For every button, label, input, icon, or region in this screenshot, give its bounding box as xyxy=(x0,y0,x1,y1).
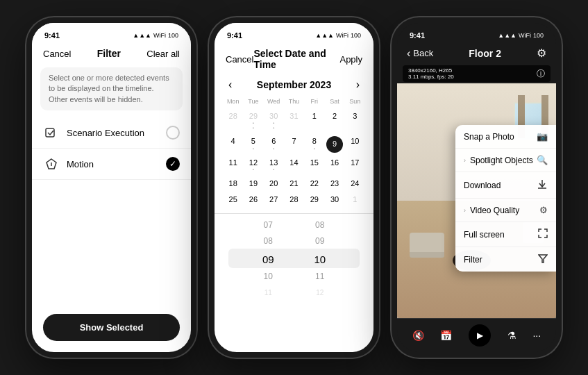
cal-day-24[interactable]: 24 xyxy=(345,176,365,191)
day-wed: Wed xyxy=(264,97,284,106)
day-thu: Thu xyxy=(284,97,304,106)
cal-day-9-selected[interactable]: 9 xyxy=(324,134,344,153)
scenario-radio[interactable] xyxy=(166,126,180,140)
cal-day-28-aug[interactable]: 28 xyxy=(223,109,243,133)
cal-day-29[interactable]: 29 xyxy=(304,192,324,207)
phone1: 9:41 ▲▲▲ WiFi 100 Cancel Filter Clear al… xyxy=(26,17,196,358)
cal-day-23[interactable]: 23 xyxy=(324,176,344,191)
cancel-button-2[interactable]: Cancel xyxy=(226,54,253,65)
menu-item-quality[interactable]: › Video Quality ⚙ xyxy=(455,199,556,222)
minute-10-selected[interactable]: 10 xyxy=(314,251,326,269)
menu-item-filter[interactable]: Filter xyxy=(455,247,556,272)
cal-day-11[interactable]: 11 xyxy=(223,156,243,175)
fullscreen-icon xyxy=(538,228,548,240)
cal-day-21[interactable]: 21 xyxy=(284,176,304,191)
cal-day-16[interactable]: 16 xyxy=(324,156,344,175)
hour-09-selected[interactable]: 09 xyxy=(262,251,274,269)
camera-badge-left: 3840x2160, H265 3.11 mbps, fps: 20 xyxy=(408,67,454,80)
day-tue: Tue xyxy=(243,97,263,106)
back-button[interactable]: ‹ Back xyxy=(407,47,433,60)
minute-09[interactable]: 09 xyxy=(315,234,324,249)
cal-day-8[interactable]: 8• xyxy=(304,134,324,153)
menu-item-download[interactable]: Download xyxy=(455,172,556,199)
cal-day-12[interactable]: 12• xyxy=(243,156,263,175)
clear-all-button[interactable]: Clear all xyxy=(146,49,180,59)
cal-day-14[interactable]: 14 xyxy=(284,156,304,175)
motion-check[interactable]: ✓ xyxy=(166,157,180,171)
cal-day-7[interactable]: 7 xyxy=(284,134,304,153)
cal-day-19[interactable]: 19 xyxy=(243,176,263,191)
calendar-month-nav: ‹ September 2023 › xyxy=(215,76,373,97)
camera-badge: 3840x2160, H265 3.11 mbps, fps: 20 ⓘ xyxy=(403,65,551,82)
cal-day-22[interactable]: 22 xyxy=(304,176,324,191)
wifi-icon-2: WiFi xyxy=(336,32,348,39)
hour-11[interactable]: 11 xyxy=(264,286,272,299)
battery-icon-2: 100 xyxy=(351,32,361,39)
week-4: 18 19 20 21 22 23 24 xyxy=(223,176,365,191)
cal-day-2[interactable]: 2 xyxy=(324,109,344,133)
hour-08[interactable]: 08 xyxy=(264,234,273,249)
cal-day-13[interactable]: 13• xyxy=(264,156,284,175)
bottom-toolbar: 🔇 📅 ▶ ⚗ ··· xyxy=(397,318,556,352)
cal-day-10[interactable]: 10 xyxy=(345,134,365,153)
prev-month-button[interactable]: ‹ xyxy=(228,78,232,91)
cal-day-6[interactable]: 6• xyxy=(264,134,284,153)
motion-label: Motion xyxy=(67,159,159,169)
quality-left: › Video Quality xyxy=(464,206,519,215)
day-fri: Fri xyxy=(304,97,324,106)
minute-11[interactable]: 11 xyxy=(315,269,324,285)
status-time-3: 9:41 xyxy=(410,31,425,40)
hour-07[interactable]: 07 xyxy=(264,218,273,233)
show-selected-button[interactable]: Show Selected xyxy=(43,314,180,341)
minute-08[interactable]: 08 xyxy=(315,218,324,233)
day-sun: Sun xyxy=(345,97,365,106)
calendar-button[interactable]: 📅 xyxy=(440,330,452,341)
fullscreen-label: Full screen xyxy=(464,230,505,240)
cal-day-15[interactable]: 15 xyxy=(304,156,324,175)
minute-column[interactable]: 08 09 10 11 12 xyxy=(294,218,346,299)
nav-bar-1: Cancel Filter Clear all xyxy=(32,44,191,65)
menu-item-fullscreen[interactable]: Full screen xyxy=(455,222,556,247)
cal-day-18[interactable]: 18 xyxy=(223,176,243,191)
hour-column[interactable]: 07 08 09 10 11 xyxy=(242,218,294,299)
status-icons-3: ▲▲▲ WiFi 100 xyxy=(498,32,544,39)
filter-button[interactable]: ⚗ xyxy=(507,330,516,341)
cal-day-5[interactable]: 5• xyxy=(243,134,263,153)
cal-day-30[interactable]: 30 xyxy=(324,192,344,207)
cal-day-1-oct[interactable]: 1 xyxy=(345,192,365,207)
cal-day-4[interactable]: 4 xyxy=(223,134,243,153)
svg-rect-0 xyxy=(46,128,54,137)
floor-title: Floor 2 xyxy=(469,48,501,59)
cancel-button-1[interactable]: Cancel xyxy=(43,49,71,59)
minute-12[interactable]: 12 xyxy=(316,286,324,299)
status-time-2: 9:41 xyxy=(227,31,242,40)
cal-day-28[interactable]: 28 xyxy=(284,192,304,207)
cal-day-26[interactable]: 26 xyxy=(243,192,263,207)
cal-day-17[interactable]: 17 xyxy=(345,156,365,175)
menu-item-snap[interactable]: Snap a Photo 📷 xyxy=(455,125,556,149)
status-bar-2: 9:41 ▲▲▲ WiFi 100 xyxy=(215,23,373,44)
apply-button[interactable]: Apply xyxy=(339,54,362,65)
settings-icon[interactable]: ⚙ xyxy=(537,47,546,60)
info-icon[interactable]: ⓘ xyxy=(537,68,545,80)
menu-item-spotlight[interactable]: › Spotlight Objects 🔍 xyxy=(455,149,556,172)
cal-day-25[interactable]: 25 xyxy=(223,192,243,207)
next-month-button[interactable]: › xyxy=(356,78,360,91)
cal-day-31-aug[interactable]: 31 xyxy=(284,109,304,133)
filter-item-scenario[interactable]: Scenario Execution xyxy=(32,117,191,149)
play-button[interactable]: ▶ xyxy=(469,324,491,347)
mute-button[interactable]: 🔇 xyxy=(412,330,424,341)
more-button[interactable]: ··· xyxy=(532,330,541,341)
cal-day-1[interactable]: 1 xyxy=(304,109,324,133)
filter-item-motion[interactable]: Motion ✓ xyxy=(32,149,191,180)
cal-day-27[interactable]: 27 xyxy=(264,192,284,207)
cal-day-20[interactable]: 20 xyxy=(264,176,284,191)
hour-10[interactable]: 10 xyxy=(264,269,273,285)
cal-day-3[interactable]: 3 xyxy=(345,109,365,133)
resolution-label: 3840x2160, H265 xyxy=(408,67,454,74)
calendar-wrap: ‹ September 2023 › Mon Tue Wed Thu Fri S… xyxy=(215,76,373,352)
week-1: 28 29• 30• 31 1 2 3 xyxy=(223,109,365,133)
date-time-title: Select Date and Time xyxy=(253,48,339,70)
cal-day-30-aug[interactable]: 30• xyxy=(264,109,284,133)
cal-day-29-aug[interactable]: 29• xyxy=(243,109,263,133)
